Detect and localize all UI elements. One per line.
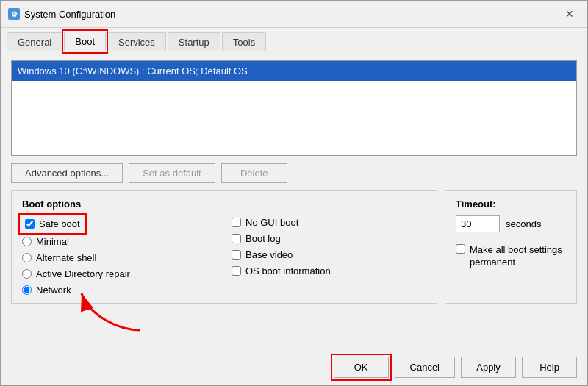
permanent-row: Make all boot settings permanent (456, 244, 566, 269)
base-video-checkbox[interactable] (232, 250, 241, 260)
os-boot-info-label: OS boot information (245, 265, 331, 276)
tab-boot[interactable]: Boot (64, 32, 106, 51)
boot-log-checkbox[interactable] (232, 234, 241, 243)
active-directory-radio[interactable] (22, 269, 32, 279)
title-bar-left: ⚙ System Configuration (8, 8, 115, 20)
cancel-button[interactable]: Cancel (395, 357, 455, 378)
set-as-default-button[interactable]: Set as default (129, 163, 215, 183)
os-boot-info-option: OS boot information (232, 265, 426, 276)
tab-startup[interactable]: Startup (168, 32, 220, 51)
permanent-checkbox[interactable] (456, 244, 465, 254)
delete-button[interactable]: Delete (221, 163, 287, 183)
close-button[interactable]: ✕ (559, 7, 580, 21)
boot-options-box: Boot options Safe boot Minimal (11, 190, 437, 304)
main-content: Windows 10 (C:\WINDOWS) : Current OS; De… (1, 51, 587, 349)
alternate-shell-label: Alternate shell (36, 252, 96, 263)
alternate-shell-radio[interactable] (22, 253, 32, 262)
apply-button[interactable]: Apply (461, 357, 516, 378)
boot-list-item[interactable]: Windows 10 (C:\WINDOWS) : Current OS; De… (12, 61, 576, 81)
boot-actions: Advanced options... Set as default Delet… (11, 163, 577, 183)
base-video-option: Base video (232, 249, 426, 260)
no-gui-boot-option: No GUI boot (232, 217, 426, 228)
timeout-input[interactable] (456, 215, 500, 232)
timeout-section: Timeout: seconds Make all boot settings … (445, 190, 577, 304)
network-option: Network (22, 285, 217, 296)
advanced-options-button[interactable]: Advanced options... (11, 163, 123, 183)
active-directory-label: Active Directory repair (36, 268, 130, 279)
boot-log-label: Boot log (245, 233, 281, 244)
tab-general[interactable]: General (7, 32, 62, 51)
timeout-label: Timeout: (456, 199, 566, 210)
network-radio[interactable] (22, 285, 32, 295)
bottom-bar: OK Cancel Apply Help (1, 349, 587, 385)
permanent-label: Make all boot settings permanent (470, 244, 566, 269)
options-area: Boot options Safe boot Minimal (11, 190, 577, 304)
app-icon: ⚙ (8, 8, 20, 20)
window-title: System Configuration (24, 9, 115, 20)
tab-bar: General Boot Services Startup Tools (1, 28, 587, 51)
boot-log-option: Boot log (232, 233, 426, 244)
no-gui-boot-checkbox[interactable] (232, 218, 241, 227)
timeout-unit: seconds (506, 218, 541, 229)
system-configuration-window: ⚙ System Configuration ✕ General Boot Se… (0, 0, 588, 386)
options-left: Safe boot Minimal Alternate shell A (22, 217, 217, 296)
tab-services[interactable]: Services (107, 32, 166, 51)
minimal-radio[interactable] (22, 237, 32, 246)
ok-button[interactable]: OK (334, 357, 389, 378)
active-directory-option: Active Directory repair (22, 268, 217, 279)
minimal-label: Minimal (36, 236, 69, 247)
network-label: Network (36, 285, 71, 296)
options-right: No GUI boot Boot log Base video OS (232, 217, 426, 296)
minimal-option: Minimal (22, 236, 217, 247)
tab-tools[interactable]: Tools (222, 32, 266, 51)
boot-options-title: Boot options (22, 199, 426, 210)
base-video-label: Base video (245, 249, 293, 260)
safe-boot-option: Safe boot (22, 217, 83, 231)
no-gui-boot-label: No GUI boot (245, 217, 298, 228)
safe-boot-checkbox[interactable] (25, 219, 35, 229)
safe-boot-label: Safe boot (39, 218, 80, 229)
title-bar: ⚙ System Configuration ✕ (1, 1, 587, 28)
boot-list[interactable]: Windows 10 (C:\WINDOWS) : Current OS; De… (11, 60, 577, 156)
help-button[interactable]: Help (522, 357, 577, 378)
alternate-shell-option: Alternate shell (22, 252, 217, 263)
options-columns: Safe boot Minimal Alternate shell A (22, 217, 426, 296)
os-boot-info-checkbox[interactable] (232, 266, 241, 276)
timeout-row: seconds (456, 215, 566, 232)
